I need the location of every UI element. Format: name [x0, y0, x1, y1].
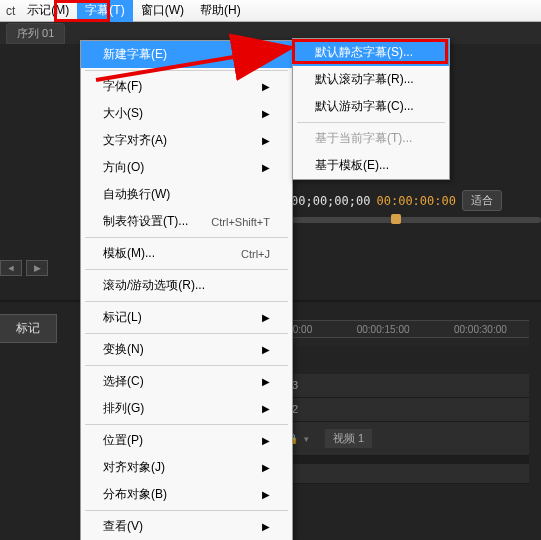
menu-separator	[85, 424, 288, 425]
submenu-separator	[297, 122, 445, 123]
submenu-arrow-icon: ▶	[262, 403, 270, 414]
timeline-ruler[interactable]: 00:00 00:00:15:00 00:00:30:00	[265, 320, 529, 338]
menu-item-22[interactable]: 分布对象(B)▶	[81, 481, 292, 508]
menu-separator	[85, 269, 288, 270]
transport-controls: ◄ ▶	[0, 260, 48, 276]
fit-button[interactable]: 适合	[462, 190, 502, 211]
menu-separator	[85, 365, 288, 366]
menu-item-label: 位置(P)	[103, 432, 143, 449]
play-button[interactable]: ▶	[26, 260, 48, 276]
menu-item-label: 文字对齐(A)	[103, 132, 167, 149]
tc-orange[interactable]: 00:00:00:00	[376, 194, 455, 208]
submenu-arrow-icon: ▶	[262, 81, 270, 92]
submenu-arrow-icon: ▶	[262, 521, 270, 532]
menu-item-0[interactable]: 新建字幕(E)▶	[81, 41, 292, 68]
menu-item-label: 选择(C)	[103, 373, 144, 390]
menu-shortcut: Ctrl+Shift+T	[211, 216, 270, 228]
submenu-item-4: 基于当前字幕(T)...	[293, 125, 449, 152]
submenu-arrow-icon: ▶	[262, 162, 270, 173]
submenu-arrow-icon: ▶	[262, 312, 270, 323]
menu-item-label: 变换(N)	[103, 341, 144, 358]
menu-item-label: 排列(G)	[103, 400, 144, 417]
workarea-bar[interactable]	[265, 338, 529, 346]
submenu-item-label: 基于模板(E)...	[315, 157, 389, 174]
menu-item-2[interactable]: 字体(F)▶	[81, 73, 292, 100]
submenu-item-1[interactable]: 默认滚动字幕(R)...	[293, 66, 449, 93]
menu-separator	[85, 70, 288, 71]
program-tc: 00;00;00;00 00:00:00:00 适合	[291, 190, 541, 229]
menu-item-6[interactable]: 自动换行(W)	[81, 181, 292, 208]
menu-item-24[interactable]: 查看(V)▶	[81, 513, 292, 540]
timeline-panel: 00:00 00:00:15:00 00:00:30:00 视频 3 视频 2 …	[265, 320, 529, 520]
track-audio[interactable]	[265, 464, 529, 484]
submenu-arrow-icon: ▶	[262, 135, 270, 146]
track-label: 视频 1	[325, 429, 372, 448]
menu-separator	[85, 301, 288, 302]
menu-item-15[interactable]: 变换(N)▶	[81, 336, 292, 363]
menu-item-18[interactable]: 排列(G)▶	[81, 395, 292, 422]
menu-item-label: 模板(M)...	[103, 245, 155, 262]
menu-item-13[interactable]: 标记(L)▶	[81, 304, 292, 331]
submenu-arrow-icon: ▶	[262, 108, 270, 119]
menu-item-label: 分布对象(B)	[103, 486, 167, 503]
ruler-tick: 00:00:15:00	[357, 324, 410, 335]
menu-item-label: 滚动/游动选项(R)...	[103, 277, 205, 294]
menu-item-label: 标记(L)	[103, 309, 142, 326]
menu-item-label: 字体(F)	[103, 78, 142, 95]
menu-separator	[85, 510, 288, 511]
zoom-handle[interactable]	[391, 214, 401, 224]
menu-title[interactable]: 字幕(T)	[77, 0, 132, 22]
marker-tab[interactable]: 标记	[0, 314, 57, 343]
submenu-item-0[interactable]: 默认静态字幕(S)...	[293, 39, 449, 66]
menu-item-20[interactable]: 位置(P)▶	[81, 427, 292, 454]
submenu-item-label: 默认滚动字幕(R)...	[315, 71, 414, 88]
app-title-cut: ct	[2, 1, 19, 21]
menu-shortcut: Ctrl+J	[241, 248, 270, 260]
ruler-tick: 00:00:30:00	[454, 324, 507, 335]
menu-item-label: 方向(O)	[103, 159, 144, 176]
submenu-item-5[interactable]: 基于模板(E)...	[293, 152, 449, 179]
menu-item-label: 自动换行(W)	[103, 186, 170, 203]
menu-help[interactable]: 帮助(H)	[192, 0, 249, 22]
title-menu: 新建字幕(E)▶字体(F)▶大小(S)▶文字对齐(A)▶方向(O)▶自动换行(W…	[80, 40, 293, 540]
menu-item-11[interactable]: 滚动/游动选项(R)...	[81, 272, 292, 299]
menu-item-7[interactable]: 制表符设置(T)...Ctrl+Shift+T	[81, 208, 292, 235]
submenu-item-label: 默认静态字幕(S)...	[315, 44, 413, 61]
submenu-arrow-icon: ▶	[262, 462, 270, 473]
menu-separator	[85, 237, 288, 238]
menu-item-label: 新建字幕(E)	[103, 46, 167, 63]
zoom-slider[interactable]	[291, 217, 541, 223]
menu-item-5[interactable]: 方向(O)▶	[81, 154, 292, 181]
submenu-arrow-icon: ▶	[262, 435, 270, 446]
menu-item-21[interactable]: 对齐对象(J)▶	[81, 454, 292, 481]
sequence-tab[interactable]: 序列 01	[6, 23, 65, 44]
menu-item-17[interactable]: 选择(C)▶	[81, 368, 292, 395]
submenu-arrow-icon: ▶	[262, 49, 270, 60]
prev-button[interactable]: ◄	[0, 260, 22, 276]
submenu-item-label: 基于当前字幕(T)...	[315, 130, 412, 147]
menu-marker[interactable]: 示记(M)	[19, 0, 77, 22]
menubar: ct 示记(M) 字幕(T) 窗口(W) 帮助(H)	[0, 0, 541, 22]
tc-dark: 00;00;00;00	[291, 194, 370, 208]
collapse-arrow-icon[interactable]: ▾	[304, 434, 309, 444]
menu-separator	[85, 333, 288, 334]
menu-item-9[interactable]: 模板(M)...Ctrl+J	[81, 240, 292, 267]
menu-item-label: 制表符设置(T)...	[103, 213, 188, 230]
menu-item-label: 大小(S)	[103, 105, 143, 122]
menu-item-label: 对齐对象(J)	[103, 459, 165, 476]
submenu-item-2[interactable]: 默认游动字幕(C)...	[293, 93, 449, 120]
track-v1[interactable]: 👁 🔒 ▾ 视频 1	[265, 422, 529, 456]
menu-item-label: 查看(V)	[103, 518, 143, 535]
submenu-arrow-icon: ▶	[262, 376, 270, 387]
submenu-arrow-icon: ▶	[262, 344, 270, 355]
submenu-item-label: 默认游动字幕(C)...	[315, 98, 414, 115]
menu-window[interactable]: 窗口(W)	[133, 0, 192, 22]
menu-item-3[interactable]: 大小(S)▶	[81, 100, 292, 127]
new-title-submenu: 默认静态字幕(S)...默认滚动字幕(R)...默认游动字幕(C)...基于当前…	[292, 38, 450, 180]
menu-item-4[interactable]: 文字对齐(A)▶	[81, 127, 292, 154]
submenu-arrow-icon: ▶	[262, 489, 270, 500]
